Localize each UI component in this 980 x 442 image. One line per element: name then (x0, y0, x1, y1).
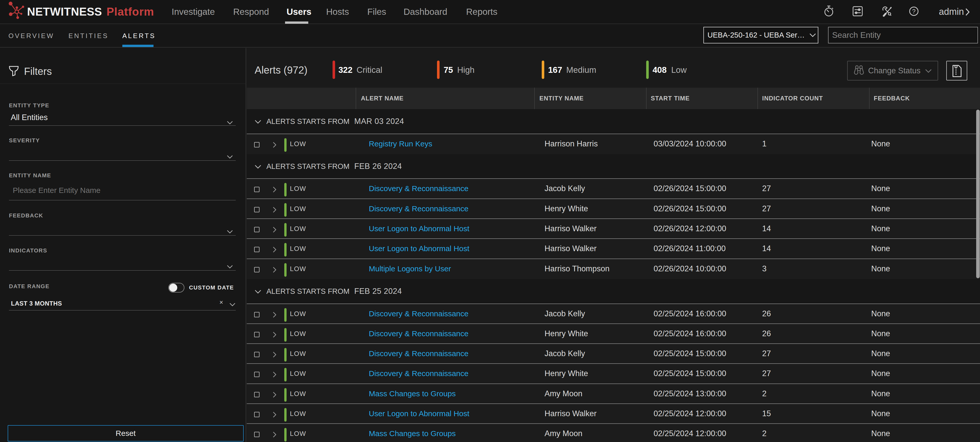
svg-text:?: ? (912, 8, 915, 15)
